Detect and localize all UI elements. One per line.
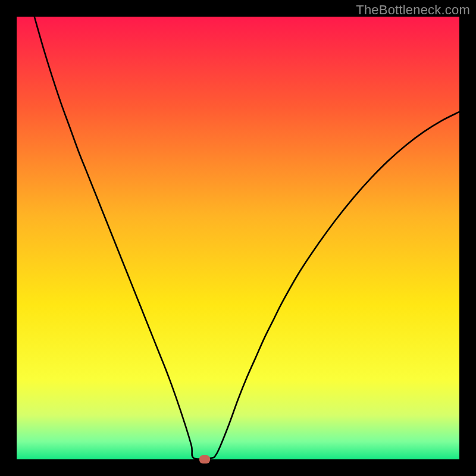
- watermark-text: TheBottleneck.com: [356, 2, 470, 18]
- optimal-point-marker: [199, 455, 210, 464]
- chart-frame: [17, 17, 459, 459]
- bottleneck-curve: [17, 17, 459, 459]
